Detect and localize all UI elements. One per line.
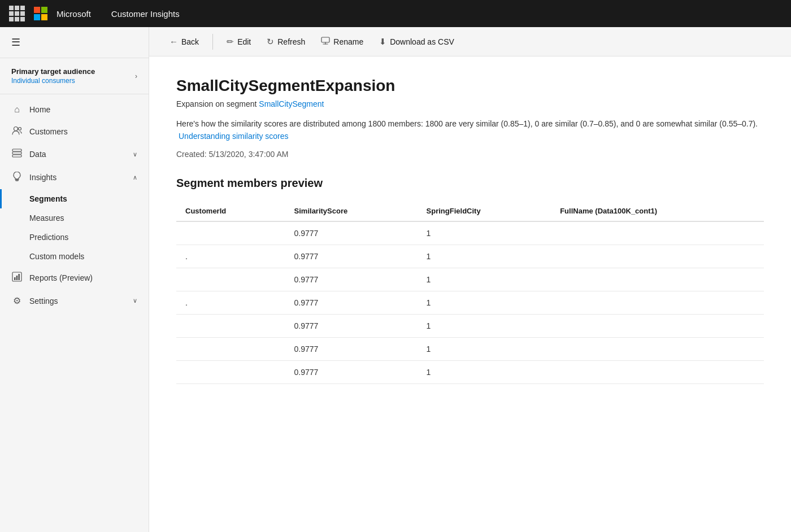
sidebar-item-custom-models[interactable]: Custom models: [0, 247, 149, 266]
svg-point-1: [19, 128, 21, 130]
table-row: 0.9777 1: [176, 337, 764, 360]
sidebar-item-measures[interactable]: Measures: [0, 208, 149, 228]
cell-full-name: [551, 245, 764, 268]
settings-icon: ⚙: [11, 295, 23, 306]
refresh-icon: ↻: [267, 37, 274, 47]
cell-customer-id: .: [176, 245, 285, 268]
svg-rect-11: [321, 37, 329, 42]
table-row: 0.9777 1: [176, 314, 764, 337]
cell-similarity-score: 0.9777: [285, 314, 418, 337]
segment-subtitle: Expansion on segment SmallCitySegment: [176, 99, 764, 108]
segments-label: Segments: [29, 194, 67, 203]
custom-models-label: Custom models: [29, 252, 84, 261]
toolbar-divider: [212, 34, 213, 50]
cell-similarity-score: 0.9777: [285, 291, 418, 314]
sidebar-item-data-label: Data: [29, 150, 46, 159]
cell-customer-id: [176, 268, 285, 291]
table-row: 0.9777 1: [176, 268, 764, 291]
subtitle-prefix: Expansion on segment: [176, 99, 259, 108]
svg-point-0: [14, 127, 18, 131]
segment-description: Here's how the similarity scores are dis…: [176, 117, 764, 143]
svg-rect-3: [12, 152, 21, 154]
cell-springfield-city: 1: [418, 291, 551, 314]
data-icon: [11, 149, 23, 160]
cell-similarity-score: 0.9777: [285, 245, 418, 268]
customers-icon: [11, 126, 23, 137]
cell-springfield-city: 1: [418, 268, 551, 291]
cell-full-name: [551, 221, 764, 245]
sidebar-item-reports[interactable]: Reports (Preview): [0, 266, 149, 290]
cell-full-name: [551, 268, 764, 291]
cell-customer-id: [176, 360, 285, 383]
similarity-scores-link[interactable]: Understanding similarity scores: [179, 132, 289, 141]
cell-springfield-city: 1: [418, 337, 551, 360]
back-icon: ←: [169, 37, 178, 46]
svg-rect-9: [16, 276, 18, 280]
col-springfield-city: SpringFieldCity: [418, 201, 551, 221]
table-row: 0.9777 1: [176, 360, 764, 383]
cell-springfield-city: 1: [418, 221, 551, 245]
cell-springfield-city: 1: [418, 314, 551, 337]
cell-full-name: [551, 291, 764, 314]
sidebar-item-data[interactable]: Data ∨: [0, 143, 149, 165]
back-button[interactable]: ← Back: [163, 33, 206, 50]
cell-full-name: [551, 337, 764, 360]
cell-springfield-city: 1: [418, 245, 551, 268]
settings-chevron-icon: ∨: [133, 297, 137, 304]
cell-customer-id: [176, 337, 285, 360]
svg-rect-4: [12, 155, 21, 157]
insights-icon: [11, 171, 23, 184]
refresh-label: Refresh: [277, 37, 305, 46]
edit-label: Edit: [237, 37, 251, 46]
cell-springfield-city: 1: [418, 360, 551, 383]
sidebar: ☰ Primary target audience Individual con…: [0, 27, 149, 532]
insights-chevron-icon: ∧: [133, 174, 137, 181]
cell-customer-id: [176, 314, 285, 337]
body-area: ☰ Primary target audience Individual con…: [0, 27, 791, 532]
audience-sub: Individual consumers: [11, 77, 95, 85]
sidebar-item-insights-label: Insights: [29, 173, 56, 182]
cell-similarity-score: 0.9777: [285, 221, 418, 245]
svg-rect-2: [12, 149, 21, 151]
app-name: Customer Insights: [111, 9, 180, 19]
cell-similarity-score: 0.9777: [285, 337, 418, 360]
home-icon: ⌂: [11, 104, 23, 115]
description-text: Here's how the similarity scores are dis…: [176, 119, 758, 128]
audience-chevron-icon: ›: [135, 72, 137, 80]
sidebar-item-customers[interactable]: Customers: [0, 120, 149, 143]
subtitle-link[interactable]: SmallCitySegment: [259, 99, 324, 108]
audience-label: Primary target audience: [11, 67, 95, 76]
sidebar-item-reports-label: Reports (Preview): [29, 273, 93, 282]
sidebar-item-settings-label: Settings: [29, 296, 58, 306]
svg-rect-5: [15, 179, 19, 180]
edit-button[interactable]: ✏ Edit: [220, 33, 258, 50]
rename-icon: [321, 37, 330, 46]
sidebar-item-settings[interactable]: ⚙ Settings ∨: [0, 290, 149, 312]
back-label: Back: [181, 37, 199, 46]
svg-rect-10: [18, 274, 20, 280]
svg-rect-8: [14, 277, 16, 280]
main-area: ← Back ✏ Edit ↻ Refresh: [149, 27, 791, 532]
waffle-icon[interactable]: [9, 6, 25, 21]
sidebar-nav: ⌂ Home Customers: [0, 94, 149, 316]
sidebar-item-predictions[interactable]: Predictions: [0, 228, 149, 247]
rename-button[interactable]: Rename: [314, 33, 370, 50]
cell-full-name: [551, 360, 764, 383]
download-button[interactable]: ⬇ Download as CSV: [372, 33, 461, 50]
svg-rect-6: [16, 180, 19, 181]
sidebar-item-insights[interactable]: Insights ∧: [0, 165, 149, 189]
cell-customer-id: [176, 221, 285, 245]
hamburger-button[interactable]: ☰: [0, 27, 149, 58]
audience-selector[interactable]: Primary target audience Individual consu…: [0, 58, 149, 94]
sidebar-item-home[interactable]: ⌂ Home: [0, 99, 149, 120]
edit-icon: ✏: [227, 37, 234, 47]
measures-label: Measures: [29, 213, 64, 223]
col-customer-id: CustomerId: [176, 201, 285, 221]
segment-members-table: CustomerId SimilarityScore SpringFieldCi…: [176, 201, 764, 384]
table-row: . 0.9777 1: [176, 291, 764, 314]
download-icon: ⬇: [379, 37, 386, 47]
refresh-button[interactable]: ↻ Refresh: [260, 33, 312, 50]
sidebar-item-segments[interactable]: Segments: [0, 189, 149, 208]
cell-similarity-score: 0.9777: [285, 360, 418, 383]
content-area: SmallCitySegmentExpansion Expansion on s…: [149, 56, 791, 532]
